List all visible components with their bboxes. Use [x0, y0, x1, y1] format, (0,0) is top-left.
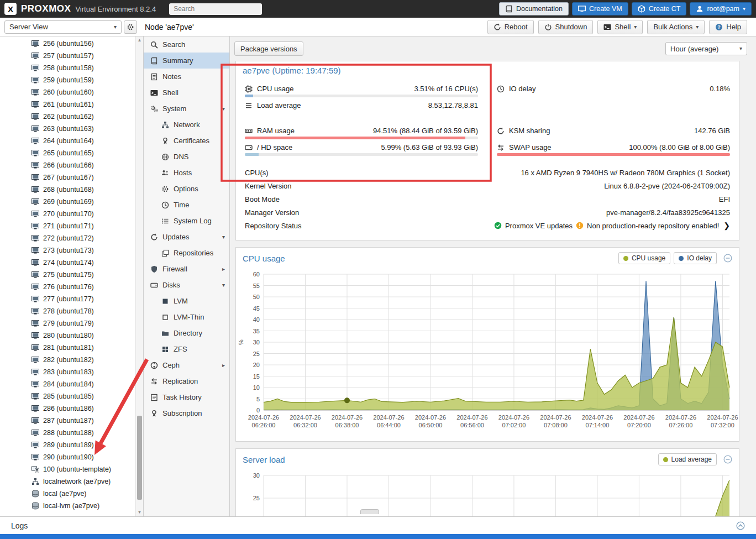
tree-item[interactable]: 264 (ubuntu164)	[0, 135, 143, 147]
create-vm-button[interactable]: Create VM	[572, 2, 628, 15]
tree-item[interactable]: 274 (ubuntu174)	[0, 257, 143, 269]
package-versions-button[interactable]: Package versions	[234, 41, 303, 56]
tree-item[interactable]: 271 (ubuntu171)	[0, 220, 143, 232]
menu-item-repositories[interactable]: Repositories	[144, 245, 229, 261]
tree-item[interactable]: 273 (ubuntu173)	[0, 244, 143, 257]
svg-text:06:50:00: 06:50:00	[419, 422, 443, 428]
tree-item[interactable]: 279 (ubuntu179)	[0, 317, 143, 329]
tree-item[interactable]: 278 (ubuntu178)	[0, 305, 143, 317]
tree-scrollbar[interactable]: ▲ ▼	[135, 36, 143, 516]
tree-item[interactable]: 258 (ubuntu158)	[0, 62, 143, 74]
package-versions-label: Package versions	[240, 45, 297, 53]
tree-item[interactable]: 259 (ubuntu159)	[0, 74, 143, 86]
tree-item-label: 256 (ubuntu156)	[43, 40, 94, 48]
view-mode-select[interactable]: Server View ▾	[4, 20, 122, 34]
repo-ok-text: Proxmox VE updates	[505, 222, 573, 230]
menu-item-notes[interactable]: Notes	[144, 69, 229, 85]
tree-item[interactable]: 261 (ubuntu161)	[0, 98, 143, 111]
chevron-right-icon[interactable]: ❯	[723, 221, 730, 230]
shutdown-button[interactable]: Shutdown	[538, 20, 594, 34]
menu-item-label: Notes	[162, 72, 181, 81]
tree-item[interactable]: 282 (ubuntu182)	[0, 354, 143, 366]
menu-item-ceph[interactable]: Ceph▸	[144, 357, 229, 373]
menu-item-shell[interactable]: Shell	[144, 85, 229, 101]
menu-item-search[interactable]: Search	[144, 36, 229, 53]
tree-item[interactable]: 284 (ubuntu184)	[0, 378, 143, 390]
tree-item[interactable]: 286 (ubuntu186)	[0, 402, 143, 415]
scrollbar-thumb[interactable]	[137, 416, 142, 500]
menu-item-directory[interactable]: Directory	[144, 325, 229, 341]
tree-item[interactable]: 287 (ubuntu187)	[0, 415, 143, 427]
tree-item[interactable]: 289 (ubuntu189)	[0, 439, 143, 451]
legend-load-average[interactable]: Load average	[658, 453, 717, 465]
menu-item-hosts[interactable]: Hosts	[144, 165, 229, 181]
splitter-handle[interactable]	[360, 509, 379, 514]
tree-item[interactable]: 277 (ubuntu177)	[0, 293, 143, 305]
info-row: Kernel VersionLinux 6.8.8-2-pve (2024-06…	[245, 179, 730, 192]
scroll-down-button[interactable]: ▼	[136, 509, 143, 516]
tree-item[interactable]: 285 (ubuntu185)	[0, 390, 143, 402]
documentation-button[interactable]: Documentation	[499, 2, 569, 15]
menu-item-zfs[interactable]: ZFS	[144, 341, 229, 357]
tree-item[interactable]: 100 (ubuntu-template)	[0, 463, 143, 475]
scroll-up-button[interactable]: ▲	[136, 36, 143, 44]
tree-item[interactable]: localnetwork (ae7pve)	[0, 475, 143, 488]
menu-item-lvm-thin[interactable]: LVM-Thin	[144, 309, 229, 325]
tree-item[interactable]: 276 (ubuntu176)	[0, 281, 143, 293]
menu-item-options[interactable]: Options	[144, 181, 229, 197]
repos-icon	[161, 249, 169, 257]
tree-item[interactable]: 262 (ubuntu162)	[0, 111, 143, 123]
menu-item-replication[interactable]: Replication	[144, 373, 229, 389]
menu-item-system-log[interactable]: System Log	[144, 213, 229, 229]
tree-item[interactable]: 266 (ubuntu166)	[0, 159, 143, 171]
tree-item[interactable]: 288 (ubuntu188)	[0, 427, 143, 439]
tree-item[interactable]: 268 (ubuntu168)	[0, 184, 143, 196]
menu-item-updates[interactable]: Updates▾	[144, 229, 229, 245]
collapse-panel-button[interactable]	[723, 254, 732, 263]
menu-item-system[interactable]: System▾	[144, 101, 229, 117]
tree-item[interactable]: 280 (ubuntu180)	[0, 329, 143, 342]
menu-item-subscription[interactable]: Subscription	[144, 405, 229, 421]
legend-io-delay[interactable]: IO delay	[674, 252, 717, 264]
collapse-panel-button[interactable]	[723, 455, 732, 464]
tree-item[interactable]: 269 (ubuntu169)	[0, 196, 143, 208]
menu-item-summary[interactable]: Summary	[144, 53, 229, 69]
menu-item-time[interactable]: Time	[144, 197, 229, 213]
logs-expand-button[interactable]	[736, 521, 745, 530]
menu-item-firewall[interactable]: Firewall▸	[144, 261, 229, 277]
global-search-input[interactable]	[169, 3, 262, 15]
help-button[interactable]: ? Help	[709, 20, 747, 34]
shell-button[interactable]: Shell ▾	[597, 20, 643, 34]
menu-item-lvm[interactable]: LVM	[144, 293, 229, 309]
reboot-button[interactable]: Reboot	[487, 20, 534, 34]
create-ct-button[interactable]: Create CT	[632, 2, 687, 15]
tree-item[interactable]: 290 (ubuntu190)	[0, 451, 143, 463]
main-content: Package versions Hour (average) ▾ ae7pve…	[230, 36, 756, 516]
tree-item[interactable]: 267 (ubuntu167)	[0, 171, 143, 184]
menu-item-disks[interactable]: Disks▾	[144, 277, 229, 293]
tree-item[interactable]: local-lvm (ae7pve)	[0, 500, 143, 512]
menu-item-network[interactable]: Network	[144, 117, 229, 133]
tree-item[interactable]: 270 (ubuntu170)	[0, 208, 143, 220]
tree-settings-button[interactable]	[124, 20, 137, 34]
tree-item[interactable]: 283 (ubuntu183)	[0, 366, 143, 378]
tree-item[interactable]: 257 (ubuntu157)	[0, 50, 143, 62]
tree-item[interactable]: 275 (ubuntu175)	[0, 269, 143, 281]
tree-item[interactable]: 260 (ubuntu160)	[0, 86, 143, 98]
user-menu-button[interactable]: root@pam ▾	[690, 2, 752, 15]
chevron-down-icon: ▾	[739, 46, 742, 51]
menu-item-label: ZFS	[174, 345, 187, 353]
tree-item[interactable]: local (ae7pve)	[0, 488, 143, 500]
legend-cpu-usage[interactable]: CPU usage	[618, 252, 670, 264]
menu-item-dns[interactable]: DNS	[144, 149, 229, 165]
tree-item[interactable]: 263 (ubuntu163)	[0, 123, 143, 135]
menu-item-certificates[interactable]: Certificates	[144, 133, 229, 149]
menu-item-task-history[interactable]: Task History	[144, 389, 229, 405]
tree-item[interactable]: 272 (ubuntu172)	[0, 232, 143, 244]
svg-text:07:26:00: 07:26:00	[669, 422, 693, 428]
time-range-select[interactable]: Hour (average) ▾	[665, 42, 747, 55]
bulk-actions-button[interactable]: Bulk Actions ▾	[647, 20, 705, 34]
tree-item[interactable]: 265 (ubuntu165)	[0, 147, 143, 159]
tree-item[interactable]: 281 (ubuntu181)	[0, 342, 143, 354]
tree-item[interactable]: 256 (ubuntu156)	[0, 38, 143, 50]
